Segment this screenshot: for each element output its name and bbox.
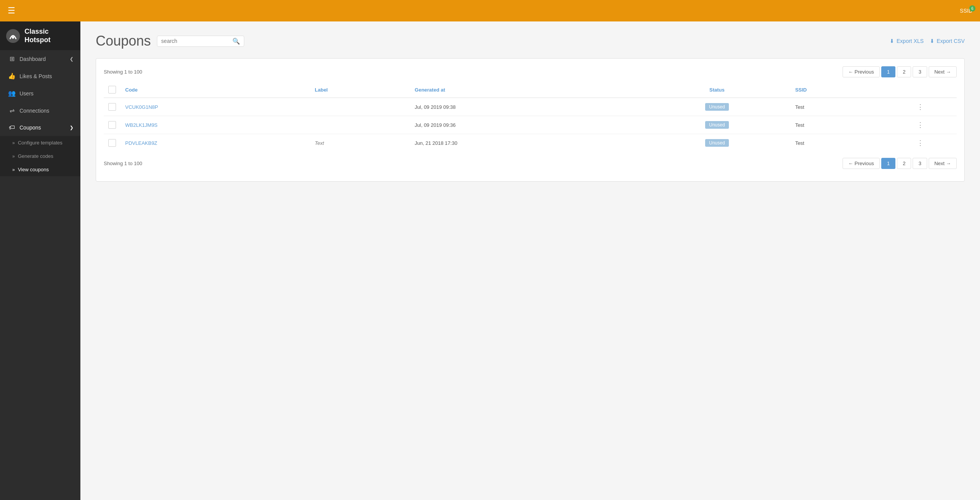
page-2-button-bottom[interactable]: 2 [897,158,911,169]
row-ssid: Test [791,134,884,152]
chevron-icon: ❮ [70,56,74,62]
table-header: Code Label Generated at Status SSID [104,82,957,98]
col-label: Label [310,82,410,98]
sub-arrow-icon: » [12,140,15,146]
sidebar: ClassicHotspot ⊞ Dashboard ❮ 👍 Likes & P… [0,21,80,500]
table-info-top: Showing 1 to 100 ← Previous 1 2 3 Next → [104,66,957,77]
topbar-left: ☰ [8,6,15,16]
topbar-right: SSID 6 [960,8,972,14]
row-ssid: Test [791,98,884,116]
sidebar-item-label: Dashboard [20,56,66,62]
col-ssid: SSID [791,82,884,98]
page-3-button-bottom[interactable]: 3 [913,158,927,169]
svg-point-1 [12,36,14,39]
row-checkbox[interactable] [108,103,116,111]
download-xls-icon: ⬇ [890,38,894,44]
download-csv-icon: ⬇ [930,38,934,44]
row-label: Text [310,134,410,152]
select-all-header [104,82,121,98]
topbar: ☰ SSID 6 [0,0,980,21]
row-action-menu[interactable]: ⋮ [884,116,957,134]
row-status: Unused [644,98,791,116]
logo-icon [6,29,20,43]
search-box: 🔍 [157,36,244,47]
status-badge: Unused [705,139,728,147]
users-icon: 👥 [8,90,16,97]
prev-button-top[interactable]: ← Previous [843,66,880,77]
page-title-area: Coupons 🔍 [96,33,244,49]
hamburger-menu-icon[interactable]: ☰ [8,6,15,16]
page-1-button-top[interactable]: 1 [881,66,895,77]
table-row: PDVLEAKB9Z Text Jun, 21 2018 17:30 Unuse… [104,134,957,152]
pagination-top: ← Previous 1 2 3 Next → [843,66,957,77]
page-3-button-top[interactable]: 3 [913,66,927,77]
showing-text-top: Showing 1 to 100 [104,69,142,75]
row-action-menu[interactable]: ⋮ [884,98,957,116]
row-ssid: Test [791,116,884,134]
sidebar-item-label: Coupons [20,125,66,131]
row-generated-at: Jun, 21 2018 17:30 [410,134,643,152]
page-title: Coupons [96,33,151,49]
sub-arrow-icon: » [12,154,15,159]
row-action-menu[interactable]: ⋮ [884,134,957,152]
connections-icon: ⇌ [8,107,16,114]
row-status: Unused [644,116,791,134]
row-checkbox-cell [104,98,121,116]
col-code: Code [121,82,310,98]
sidebar-item-label: Likes & Posts [20,73,74,79]
row-code: PDVLEAKB9Z [121,134,310,152]
sidebar-item-configure-templates[interactable]: » Configure templates [0,136,80,149]
search-input[interactable] [161,38,230,44]
row-label [310,116,410,134]
page-2-button-top[interactable]: 2 [897,66,911,77]
row-checkbox[interactable] [108,121,116,129]
next-button-bottom[interactable]: Next → [929,158,957,169]
showing-text-bottom: Showing 1 to 100 [104,161,142,166]
sidebar-item-label: Connections [20,108,74,114]
export-csv-button[interactable]: ⬇ Export CSV [930,38,965,44]
sidebar-item-dashboard[interactable]: ⊞ Dashboard ❮ [0,50,80,67]
sidebar-item-label: Users [20,90,74,97]
coupons-card: Showing 1 to 100 ← Previous 1 2 3 Next → [96,58,965,182]
export-buttons: ⬇ Export XLS ⬇ Export CSV [890,38,965,44]
sub-arrow-icon: » [12,167,15,172]
next-button-top[interactable]: Next → [929,66,957,77]
ssid-badge: 6 [969,5,975,11]
coupon-code-link[interactable]: PDVLEAKB9Z [125,140,157,146]
page-header: Coupons 🔍 ⬇ Export XLS ⬇ Export CSV [96,33,965,49]
row-code: VCUK0G1N8P [121,98,310,116]
sidebar-item-users[interactable]: 👥 Users [0,85,80,102]
sidebar-item-likes-posts[interactable]: 👍 Likes & Posts [0,67,80,85]
dashboard-icon: ⊞ [8,55,16,62]
table-row: WB2LK1JM9S Jul, 09 2019 09:36 Unused Tes… [104,116,957,134]
row-code: WB2LK1JM9S [121,116,310,134]
sidebar-item-view-coupons[interactable]: » View coupons [0,163,80,176]
col-generated-at: Generated at [410,82,643,98]
search-icon: 🔍 [232,38,240,45]
coupon-code-link[interactable]: WB2LK1JM9S [125,122,158,128]
sidebar-sub-label: Configure templates [18,140,62,146]
row-checkbox-cell [104,116,121,134]
row-status: Unused [644,134,791,152]
table-info-bottom: Showing 1 to 100 ← Previous 1 2 3 Next → [104,158,957,169]
status-badge: Unused [705,103,728,111]
export-xls-label: Export XLS [897,38,924,44]
row-generated-at: Jul, 09 2019 09:36 [410,116,643,134]
sidebar-item-generate-codes[interactable]: » Generate codes [0,149,80,163]
sidebar-logo: ClassicHotspot [0,21,80,50]
select-all-checkbox[interactable] [108,86,116,93]
row-checkbox[interactable] [108,139,116,147]
sidebar-item-connections[interactable]: ⇌ Connections [0,102,80,119]
export-csv-label: Export CSV [937,38,965,44]
coupon-code-link[interactable]: VCUK0G1N8P [125,104,158,110]
export-xls-button[interactable]: ⬇ Export XLS [890,38,924,44]
sidebar-nav: ⊞ Dashboard ❮ 👍 Likes & Posts 👥 Users ⇌ … [0,50,80,500]
sidebar-item-coupons[interactable]: 🏷 Coupons ❯ [0,119,80,136]
col-actions [884,82,957,98]
row-label [310,98,410,116]
row-checkbox-cell [104,134,121,152]
sidebar-sub-label: Generate codes [18,153,54,159]
page-1-button-bottom[interactable]: 1 [881,158,895,169]
prev-button-bottom[interactable]: ← Previous [843,158,880,169]
status-badge: Unused [705,121,728,129]
